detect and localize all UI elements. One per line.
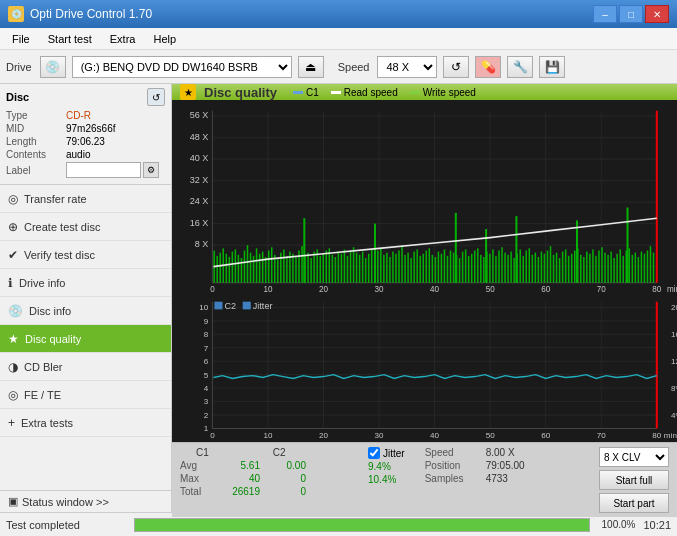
disc-refresh-button[interactable]: ↺ bbox=[147, 88, 165, 106]
svg-text:56 X: 56 X bbox=[190, 110, 209, 120]
svg-rect-93 bbox=[386, 253, 388, 283]
minimize-button[interactable]: – bbox=[593, 5, 617, 23]
drive-info-icon: ℹ bbox=[8, 276, 13, 290]
start-part-button[interactable]: Start part bbox=[599, 493, 669, 513]
svg-rect-85 bbox=[362, 252, 364, 283]
svg-text:C2: C2 bbox=[225, 301, 237, 311]
svg-rect-106 bbox=[426, 251, 428, 283]
disc-section: Disc ↺ Type CD-R MID 97m26s66f Length 79… bbox=[0, 84, 171, 185]
start-full-button[interactable]: Start full bbox=[599, 470, 669, 490]
svg-rect-148 bbox=[532, 255, 534, 283]
position-value: 79:05.00 bbox=[486, 460, 525, 471]
jitter-checkbox[interactable] bbox=[368, 447, 380, 459]
svg-text:min: min bbox=[667, 284, 677, 293]
svg-rect-45 bbox=[241, 258, 243, 283]
max-c1: 40 bbox=[218, 473, 260, 484]
max-c2: 0 bbox=[264, 473, 306, 484]
svg-rect-150 bbox=[538, 257, 540, 283]
menu-file[interactable]: File bbox=[4, 31, 38, 47]
c1-header: C1 bbox=[196, 447, 209, 458]
svg-text:8 X: 8 X bbox=[195, 239, 209, 249]
svg-text:8: 8 bbox=[204, 330, 209, 339]
nav-drive-info-label: Drive info bbox=[19, 277, 65, 289]
svg-text:6: 6 bbox=[204, 357, 209, 366]
svg-rect-181 bbox=[632, 255, 634, 283]
svg-text:70: 70 bbox=[597, 431, 607, 440]
settings-button2[interactable]: 🔧 bbox=[507, 56, 533, 78]
nav-drive-info[interactable]: ℹ Drive info bbox=[0, 269, 171, 297]
svg-rect-42 bbox=[232, 252, 234, 283]
avg-c2: 0.00 bbox=[264, 460, 306, 471]
svg-rect-135 bbox=[492, 249, 494, 282]
samples-label: Samples bbox=[425, 473, 480, 484]
svg-rect-236 bbox=[243, 301, 251, 309]
total-label: Total bbox=[180, 486, 214, 497]
svg-text:2: 2 bbox=[204, 411, 208, 420]
svg-text:8%: 8% bbox=[671, 384, 677, 393]
nav-verify-test-disc[interactable]: ✔ Verify test disc bbox=[0, 241, 171, 269]
svg-rect-75 bbox=[332, 255, 334, 283]
maximize-button[interactable]: □ bbox=[619, 5, 643, 23]
chart-header: ★ Disc quality C1 Read speed Write speed bbox=[172, 84, 677, 100]
refresh-button[interactable]: ↺ bbox=[443, 56, 469, 78]
settings-button1[interactable]: 💊 bbox=[475, 56, 501, 78]
svg-rect-162 bbox=[574, 251, 576, 283]
c1-legend-dot bbox=[293, 91, 303, 94]
speed-select[interactable]: 48 X bbox=[377, 56, 437, 78]
svg-rect-54 bbox=[268, 251, 270, 283]
nav-disc-quality[interactable]: ★ Disc quality bbox=[0, 325, 171, 353]
c1-legend-label: C1 bbox=[306, 87, 319, 98]
svg-text:3: 3 bbox=[204, 397, 209, 406]
chart-legend: C1 Read speed Write speed bbox=[293, 87, 476, 98]
svg-rect-84 bbox=[359, 255, 361, 283]
nav-extra-tests[interactable]: + Extra tests bbox=[0, 409, 171, 437]
drive-icon-btn[interactable]: 💿 bbox=[40, 56, 66, 78]
type-value: CD-R bbox=[66, 110, 91, 121]
svg-rect-154 bbox=[550, 246, 552, 283]
nav-transfer-rate[interactable]: ◎ Transfer rate bbox=[0, 185, 171, 213]
status-window-button[interactable]: ▣ Status window >> bbox=[0, 491, 171, 512]
close-button[interactable]: ✕ bbox=[645, 5, 669, 23]
save-button[interactable]: 💾 bbox=[539, 56, 565, 78]
label-input[interactable] bbox=[66, 162, 141, 178]
nav-cd-bler[interactable]: ◑ CD Bler bbox=[0, 353, 171, 381]
svg-rect-144 bbox=[519, 249, 521, 282]
c1-chart-area: 56 X 48 X 40 X 32 X 24 X 16 X 8 X 0 10 2… bbox=[172, 100, 677, 294]
mid-label: MID bbox=[6, 123, 66, 134]
contents-value: audio bbox=[66, 149, 90, 160]
menu-help[interactable]: Help bbox=[145, 31, 184, 47]
svg-rect-96 bbox=[395, 254, 397, 283]
svg-rect-177 bbox=[619, 249, 621, 282]
app-icon: 💿 bbox=[8, 6, 24, 22]
svg-rect-43 bbox=[235, 249, 237, 282]
svg-rect-41 bbox=[229, 257, 231, 283]
svg-rect-171 bbox=[601, 247, 603, 282]
drive-label: Drive bbox=[6, 61, 32, 73]
svg-rect-76 bbox=[335, 257, 337, 283]
eject-button[interactable]: ⏏ bbox=[298, 56, 324, 78]
svg-rect-137 bbox=[498, 251, 500, 283]
menu-extra[interactable]: Extra bbox=[102, 31, 144, 47]
svg-text:16%: 16% bbox=[671, 330, 677, 339]
svg-rect-169 bbox=[595, 256, 597, 283]
speed-clv-select[interactable]: 8 X CLV bbox=[599, 447, 669, 467]
create-test-disc-icon: ⊕ bbox=[8, 220, 18, 234]
svg-rect-113 bbox=[447, 256, 449, 283]
read-legend-label: Read speed bbox=[344, 87, 398, 98]
menu-bar: File Start test Extra Help bbox=[0, 28, 677, 50]
svg-rect-157 bbox=[559, 258, 561, 283]
svg-text:4%: 4% bbox=[671, 411, 677, 420]
nav-create-test-disc[interactable]: ⊕ Create test disc bbox=[0, 213, 171, 241]
nav-fe-te[interactable]: ◎ FE / TE bbox=[0, 381, 171, 409]
svg-rect-128 bbox=[471, 254, 473, 283]
menu-start-test[interactable]: Start test bbox=[40, 31, 100, 47]
svg-text:20: 20 bbox=[319, 431, 329, 440]
nav-disc-info[interactable]: 💿 Disc info bbox=[0, 297, 171, 325]
drive-select[interactable]: (G:) BENQ DVD DD DW1640 BSRB bbox=[72, 56, 292, 78]
svg-rect-46 bbox=[244, 251, 246, 283]
svg-rect-155 bbox=[553, 255, 555, 283]
svg-text:20%: 20% bbox=[671, 303, 677, 312]
svg-text:20: 20 bbox=[319, 284, 328, 293]
label-edit-button[interactable]: ⚙ bbox=[143, 162, 159, 178]
svg-rect-152 bbox=[544, 254, 546, 283]
